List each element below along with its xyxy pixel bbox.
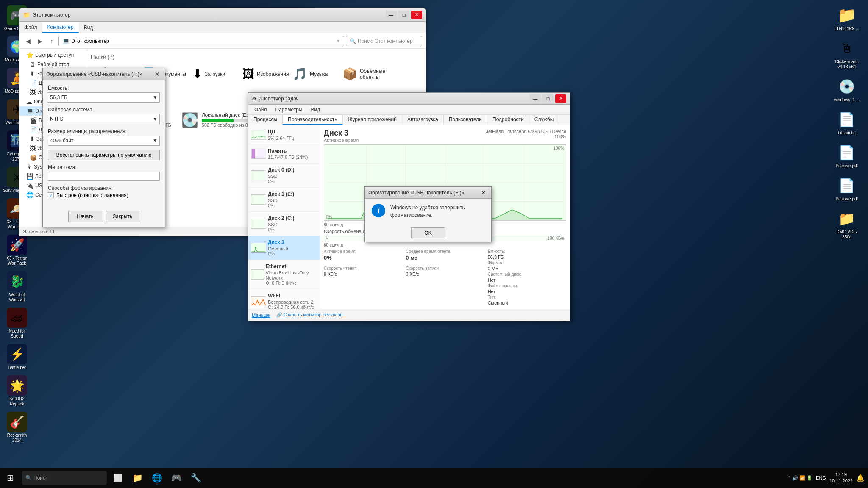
tm-maximize-button[interactable]: □ bbox=[542, 94, 554, 103]
tm-active-time-label: Активное время bbox=[324, 138, 359, 143]
back-button[interactable]: ◀ bbox=[23, 36, 33, 46]
taskbar-search-text: Поиск bbox=[33, 475, 47, 481]
tm-resource-disk2[interactable]: Диск 2 (C:) SSD0% bbox=[248, 212, 320, 236]
taskbar-explorer-icon[interactable]: 📁 bbox=[128, 469, 147, 487]
taskbar-edge-icon[interactable]: 🌐 bbox=[147, 469, 166, 487]
restore-defaults-button[interactable]: Восстановить параметры по умолчанию bbox=[48, 150, 160, 160]
tm-resource-disk0[interactable]: Диск 0 (D:) SSD0% bbox=[248, 164, 320, 188]
explorer-nav: ◀ ▶ ↑ 💻 Этот компьютер ▼ 🔍 Поиск: Этот к… bbox=[19, 33, 426, 49]
filesystem-select[interactable]: NTFS ▼ bbox=[48, 114, 160, 124]
desktop-icon-resume2[interactable]: 📄 Резюме.pdf bbox=[831, 174, 863, 203]
fed-ok-button[interactable]: OK bbox=[411, 227, 445, 238]
minimize-button[interactable]: — bbox=[386, 11, 397, 19]
tm-resource-memory[interactable]: Память 11,7/47,8 ГБ (24%) bbox=[248, 144, 320, 164]
tm-resource-wifi[interactable]: Wi-Fi Беспроводная сеть 2О: 24,0 П: 56,0… bbox=[248, 289, 320, 309]
ribbon-tab-view[interactable]: Вид bbox=[79, 23, 98, 32]
tm-lower-time: 60 секунд bbox=[324, 243, 566, 247]
ribbon-tab-file[interactable]: Файл bbox=[19, 23, 42, 32]
address-text: Этот компьютер bbox=[71, 38, 109, 44]
desktop-icon-battlenet[interactable]: ⚡ Battle.net bbox=[1, 342, 33, 372]
tm-footer: Меньше 🔗 Открыть монитор ресурсов bbox=[248, 309, 570, 321]
taskbar-taskview[interactable]: ⬜ bbox=[108, 469, 127, 487]
desktop-icon-bitcoin[interactable]: 📄 bitcoin.txt bbox=[831, 108, 863, 137]
tm-lower-1: 1 bbox=[562, 235, 564, 240]
fed-footer: OK bbox=[365, 224, 491, 242]
tm-minimize-button[interactable]: — bbox=[530, 94, 541, 103]
tm-less-button[interactable]: Меньше bbox=[252, 313, 270, 318]
desktop-icon-wow[interactable]: 🐉 World of Warcraft bbox=[1, 269, 33, 304]
fed-close-button[interactable]: ✕ bbox=[479, 189, 488, 197]
format-dialog-titlebar: Форматирование «USB-накопитель (F:)» ✕ bbox=[43, 68, 165, 80]
fed-info-icon: i bbox=[372, 204, 385, 217]
tm-pct-label: 100% bbox=[486, 134, 566, 139]
volume-label-label: Метка тома: bbox=[48, 164, 160, 170]
taskbar-search[interactable]: 🔍 Поиск bbox=[22, 471, 107, 485]
tm-resource-disk1[interactable]: Диск 1 (E:) SSD0% bbox=[248, 188, 320, 212]
status-text: Элементов: 11 bbox=[23, 229, 55, 234]
capacity-select[interactable]: 56,3 ГБ ▼ bbox=[48, 92, 160, 103]
tm-resource-disk3[interactable]: Диск 3 Сменный0% bbox=[248, 236, 320, 260]
tm-tab-startup[interactable]: Автозагрузка bbox=[402, 115, 444, 125]
forward-button[interactable]: ▶ bbox=[35, 36, 45, 46]
tm-0pct-label: 0% bbox=[326, 215, 332, 219]
svg-rect-0 bbox=[252, 149, 255, 158]
search-bar[interactable]: 🔍 Поиск: Этот компьютер bbox=[346, 36, 422, 46]
taskbar-notifications[interactable]: 🔔 bbox=[856, 474, 865, 482]
tm-tab-details[interactable]: Подробности bbox=[487, 115, 529, 125]
tm-tab-processes[interactable]: Процессы bbox=[248, 115, 283, 125]
tm-tab-services[interactable]: Службы bbox=[529, 115, 559, 125]
fed-message-text: Windows не удаётся завершить форматирова… bbox=[390, 204, 484, 219]
desktop-icon-x3[interactable]: 🚀 X3 - Terran War Pack bbox=[1, 233, 33, 268]
tm-tab-users[interactable]: Пользователи bbox=[444, 115, 487, 125]
tm-open-monitor-button[interactable]: 🔗 Открыть монитор ресурсов bbox=[276, 312, 342, 318]
format-start-button[interactable]: Начать bbox=[68, 211, 102, 222]
desktop-icon-dmg[interactable]: 📁 DMG VDF-850c bbox=[831, 207, 863, 241]
desktop-icon-needforspeed[interactable]: 🏎 Need for Speed bbox=[1, 306, 33, 341]
folder-downloads[interactable]: ⬇ Загрузки bbox=[191, 65, 237, 83]
folder-3d[interactable]: 📦 Объёмные объекты bbox=[341, 65, 387, 83]
taskbar-time: 17:19 10.11.2022 bbox=[829, 471, 853, 485]
tm-resource-cpu[interactable]: ЦП 2% 2,64 ГГц bbox=[248, 125, 320, 144]
fed-body: i Windows не удаётся завершить форматиро… bbox=[365, 199, 491, 224]
format-close-button[interactable]: Закрыть bbox=[106, 211, 139, 222]
format-dialog-body: Ёмкость: 56,3 ГБ ▼ Файловая система: NTF… bbox=[43, 80, 165, 208]
volume-label-input[interactable] bbox=[48, 172, 160, 181]
tm-menu-params[interactable]: Параметры bbox=[271, 106, 307, 114]
tm-tab-performance[interactable]: Производительность bbox=[283, 115, 342, 125]
desktop-icon-resume1[interactable]: 📄 Резюме.pdf bbox=[831, 141, 863, 170]
explorer-title: Этот компьютер bbox=[33, 12, 386, 18]
tm-resource-list: ЦП 2% 2,64 ГГц Память bbox=[248, 125, 320, 309]
taskbar-pinned-icons: ⬜ 📁 🌐 🎮 🔧 bbox=[108, 469, 205, 487]
folders-section-title: Папки (7) bbox=[91, 52, 422, 62]
tm-tab-apphistory[interactable]: Журнал приложений bbox=[343, 115, 402, 125]
tm-menu-view[interactable]: Вид bbox=[306, 106, 324, 114]
alloc-select[interactable]: 4096 байт ▼ bbox=[48, 136, 160, 146]
start-button[interactable]: ⊞ bbox=[0, 468, 20, 488]
taskbar-icon-4[interactable]: 🔧 bbox=[186, 469, 205, 487]
quick-format-checkbox[interactable]: ✓ Быстрое (очистка оглавления) bbox=[48, 192, 160, 198]
sidebar-item-quickaccess[interactable]: ⭐ Быстрый доступ bbox=[19, 50, 87, 60]
format-dialog-close[interactable]: ✕ bbox=[153, 70, 161, 78]
folder-images[interactable]: 🖼 Изображения bbox=[241, 65, 287, 83]
folder-music[interactable]: 🎵 Музыка bbox=[291, 65, 337, 83]
tm-resource-ethernet[interactable]: Ethernet VirtualBox Host-Only NetworkО: … bbox=[248, 260, 320, 289]
desktop-icon-clickermann[interactable]: 🖱 Clickermann v4.13 x64 bbox=[831, 36, 863, 71]
filesystem-label: Файловая система: bbox=[48, 107, 160, 113]
desktop-icon-ltn141[interactable]: 📁 LTN141P2-... bbox=[831, 3, 863, 33]
taskbar-icon-3[interactable]: 🎮 bbox=[167, 469, 186, 487]
desktop-icon-kotor[interactable]: 🌟 KotOR2 Repack bbox=[1, 374, 33, 408]
desktop-icon-windows1[interactable]: 💿 windows_1-... bbox=[831, 75, 863, 104]
up-button[interactable]: ↑ bbox=[47, 36, 57, 46]
tm-close-button[interactable]: ✕ bbox=[555, 94, 566, 103]
tm-lower-0: 0 bbox=[326, 235, 328, 240]
maximize-button[interactable]: □ bbox=[398, 11, 409, 19]
taskbar: ⊞ 🔍 Поиск ⬜ 📁 🌐 🎮 🔧 ⌃ 🔊 📶 🔋 ENG bbox=[0, 468, 868, 488]
address-bar[interactable]: 💻 Этот компьютер ▼ bbox=[58, 36, 344, 46]
alloc-label: Размер единицы распределения: bbox=[48, 128, 160, 134]
tm-menu-file[interactable]: Файл bbox=[250, 106, 271, 114]
ribbon-tab-computer[interactable]: Компьютер bbox=[42, 22, 79, 33]
tm-stats: Активное время 0% Скорость чтения 0 КБ/с… bbox=[324, 249, 566, 305]
close-button[interactable]: ✕ bbox=[411, 11, 422, 19]
desktop-icon-rocksmith[interactable]: 🎸 Rocksmith 2014 bbox=[1, 410, 33, 445]
fed-titlebar: Форматирование «USB-накопитель (F:)» ✕ bbox=[365, 187, 491, 199]
